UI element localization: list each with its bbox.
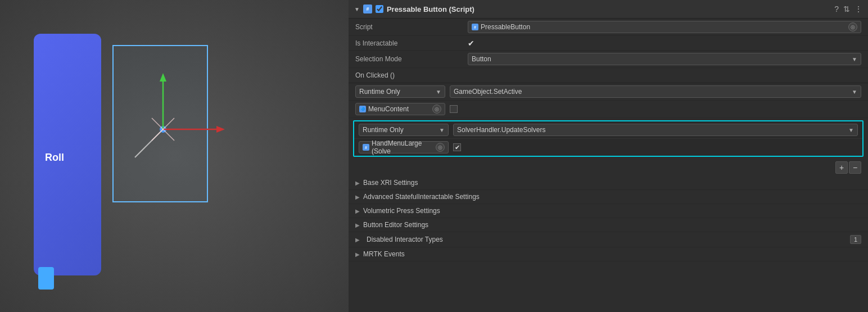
3d-panel: Roll [34,34,101,275]
event-object-row-1: 🔷 MenuContent ◎ [349,101,868,118]
volumetric-arrow-icon: ▶ [355,208,360,214]
advanced-arrow-icon: ▶ [355,194,360,200]
component-enabled-checkbox[interactable] [376,5,383,13]
disabled-interactor-label: Disabled Interactor Types [367,236,443,243]
add-remove-row: + − [349,159,868,176]
remove-event-button[interactable]: − [849,161,861,174]
script-field-value: PressableButton [481,23,846,31]
disabled-interactor-row: ▶ Disabled Interactor Types 1 [349,232,868,247]
add-event-button[interactable]: + [835,161,848,174]
object-select-btn-2[interactable]: ◎ [436,143,445,152]
script-field[interactable]: # PressableButton ◎ [468,21,861,33]
base-xri-arrow-icon: ▶ [355,180,360,186]
event-object-value-2: HandMenuLarge (Solve [372,139,433,155]
event-function-arrow-icon-2: ▼ [848,127,854,133]
selection-mode-label: Selection Mode [355,55,468,63]
script-row: Script # PressableButton ◎ [349,19,868,36]
button-editor-settings-section[interactable]: ▶ Button Editor Settings [349,218,868,232]
volumetric-label: Volumetric Press Settings [363,207,440,215]
event-mode-value-1: Runtime Only [359,88,400,96]
event-row-2: Runtime Only ▼ SolverHandler.UpdateSolve… [354,121,862,139]
event-mode-value-2: Runtime Only [363,126,404,134]
component-script-icon: # [363,4,372,13]
event-mode-dropdown-1[interactable]: Runtime Only ▼ [355,85,445,98]
on-clicked-header: On Clicked () [349,68,868,83]
svg-marker-2 [160,73,166,82]
svg-marker-4 [216,126,225,133]
header-icons: ? ⇅ ⋮ [834,4,862,13]
preset-icon[interactable]: ⇅ [843,4,850,13]
script-select-button[interactable]: ◎ [848,22,857,31]
transform-gizmo [118,67,230,180]
menu-icon[interactable]: ⋮ [855,4,862,13]
event-function-arrow-icon-1: ▼ [852,89,857,95]
component-header: ▼ # Pressable Button (Script) ? ⇅ ⋮ [349,0,868,19]
on-clicked-label: On Clicked () [355,71,395,79]
script-label: Script [355,23,468,31]
collapse-arrow-icon[interactable]: ▼ [354,6,360,12]
event-checkbox-1[interactable] [450,105,458,113]
event-row-1: Runtime Only ▼ GameObject.SetActive ▼ [349,83,868,101]
event-checkmark-2: ✔ [455,144,460,151]
event-block-selected-2: Runtime Only ▼ SolverHandler.UpdateSolve… [353,120,864,157]
event-object-row-2: # HandMenuLarge (Solve ◎ ✔ [354,139,862,156]
button-editor-arrow-icon: ▶ [355,222,360,228]
disabled-interactor-count: 1 [850,235,861,244]
help-icon[interactable]: ? [834,4,839,13]
roll-label: Roll [45,152,64,164]
base-xri-label: Base XRI Settings [363,179,418,187]
component-title: Pressable Button (Script) [387,5,831,13]
is-interactable-checkmark[interactable]: ✔ [468,39,474,48]
button-editor-label: Button Editor Settings [363,221,428,229]
is-interactable-label: Is Interactable [355,39,468,47]
panel-bottom-stub [38,267,54,290]
event-object-field-2[interactable]: # HandMenuLarge (Solve ◎ [359,141,449,153]
inspector-panel: ▼ # Pressable Button (Script) ? ⇅ ⋮ Scri… [349,0,868,312]
object-select-btn-1[interactable]: ◎ [432,105,441,114]
disabled-interactor-arrow-icon: ▶ [355,237,360,243]
selection-mode-value: Button [472,55,491,63]
selection-mode-arrow-icon: ▼ [852,56,857,62]
event-object-field-1[interactable]: 🔷 MenuContent ◎ [355,103,445,115]
advanced-settings-section[interactable]: ▶ Advanced StatefulInteractable Settings [349,190,868,204]
event-checkbox-2[interactable]: ✔ [453,143,461,151]
mrtk-events-label: MRTK Events [363,250,405,258]
mrtk-events-section[interactable]: ▶ MRTK Events [349,247,868,261]
event-function-value-2: SolverHandler.UpdateSolvers [457,126,545,134]
event-function-dropdown-1[interactable]: GameObject.SetActive ▼ [450,85,861,98]
event-mode-arrow-icon-1: ▼ [436,89,441,95]
base-xri-settings-section[interactable]: ▶ Base XRI Settings [349,176,868,190]
selection-mode-dropdown[interactable]: Button ▼ [468,53,861,65]
event-mode-arrow-icon-2: ▼ [439,127,445,133]
object-icon-1: 🔷 [359,106,366,112]
is-interactable-row: Is Interactable ✔ [349,36,868,51]
selection-mode-row: Selection Mode Button ▼ [349,51,868,68]
event-object-value-1: MenuContent [368,105,430,113]
event-function-value-1: GameObject.SetActive [454,88,522,96]
mrtk-events-arrow-icon: ▶ [355,251,360,257]
event-function-dropdown-2[interactable]: SolverHandler.UpdateSolvers ▼ [453,124,858,136]
volumetric-settings-section[interactable]: ▶ Volumetric Press Settings [349,204,868,218]
viewport: Roll [0,0,349,312]
script-field-icon: # [472,24,478,30]
event-mode-dropdown-2[interactable]: Runtime Only ▼ [359,124,449,136]
advanced-label: Advanced StatefulInteractable Settings [363,193,480,201]
object-icon-2: # [363,144,369,151]
